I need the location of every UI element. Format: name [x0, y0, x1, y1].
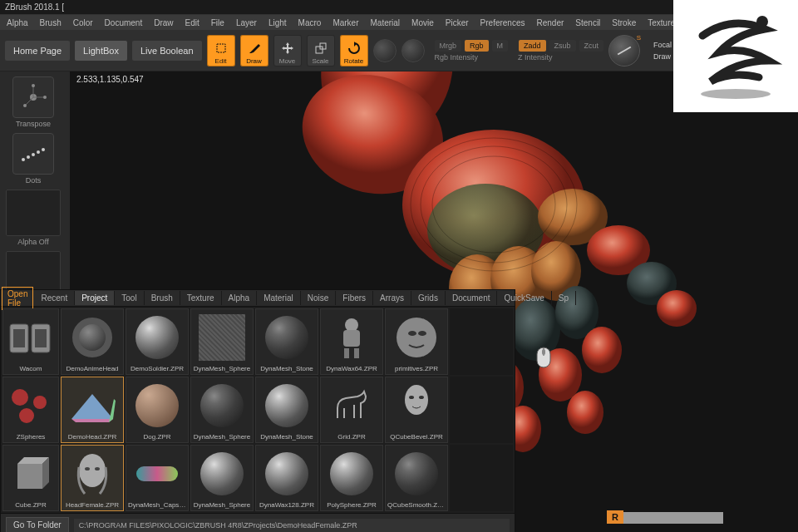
lb-item-dynastone1[interactable]: DynaMesh_Stone [255, 308, 318, 375]
stroke-dots[interactable] [12, 133, 54, 175]
lb-item-dog[interactable]: Dog.ZPR [126, 377, 189, 443]
lb-tab-recent[interactable]: Recent [34, 291, 75, 305]
rgb-toggle[interactable]: Rgb [465, 40, 489, 52]
menu-alpha[interactable]: Alpha [7, 18, 28, 27]
lb-item-dynawax64[interactable]: DynaWax64.ZPR [320, 308, 383, 375]
lb-item-primitives[interactable]: primitives.ZPR [385, 308, 448, 375]
lb-tab-quicksave[interactable]: QuickSave [497, 291, 551, 305]
lb-label: DynaMesh_Stone [258, 431, 316, 441]
lb-side-zspheres[interactable]: ZSpheres [2, 377, 59, 443]
zadd-toggle[interactable]: Zadd [519, 40, 546, 52]
lb-item-demoanime[interactable]: DemoAnimeHead [61, 308, 124, 375]
lb-tab-arrays[interactable]: Arrays [373, 291, 411, 305]
lb-tab-spotlight[interactable]: Sp [552, 291, 576, 305]
draw-tool-button[interactable]: Draw [240, 35, 268, 66]
menu-picker[interactable]: Picker [446, 18, 469, 27]
lb-item-dynasphere2[interactable]: DynaMesh_Sphere [190, 377, 254, 443]
home-page-button[interactable]: Home Page [5, 41, 70, 61]
bottom-status: R [607, 510, 723, 524]
menu-render[interactable]: Render [537, 18, 564, 27]
wacom-thumb [6, 311, 56, 363]
lb-tab-document[interactable]: Document [446, 291, 498, 305]
alpha-slot[interactable] [6, 190, 61, 236]
menu-file[interactable]: File [211, 18, 224, 27]
material-round-1[interactable] [373, 39, 397, 62]
svg-point-12 [32, 153, 35, 156]
brush-preview-icon[interactable]: S [608, 35, 640, 66]
lb-tab-brush[interactable]: Brush [145, 291, 180, 305]
svg-rect-68 [136, 466, 178, 481]
mrgb-toggle[interactable]: Mrgb [435, 40, 462, 52]
mouse-cursor-icon [534, 346, 553, 371]
lb-tab-project[interactable]: Project [75, 291, 115, 305]
lb-tab-alpha[interactable]: Alpha [222, 291, 258, 305]
lb-item-qcubesmooth[interactable]: QCubeSmooth.ZPR [385, 445, 448, 511]
svg-point-67 [95, 467, 100, 470]
material-round-2[interactable] [401, 39, 425, 62]
edit-tool-button[interactable]: Edit [207, 35, 235, 66]
svg-point-22 [657, 290, 697, 327]
rotate-tool-button[interactable]: Rotate [340, 35, 368, 66]
menu-stencil[interactable]: Stencil [575, 18, 600, 27]
lb-item-dynasphere3[interactable]: DynaMesh_Sphere [190, 445, 254, 511]
svg-rect-62 [17, 464, 42, 489]
zsub-toggle[interactable]: Zsub [549, 40, 576, 52]
go-to-folder-button[interactable]: Go To Folder [6, 517, 69, 532]
lb-tab-fibers[interactable]: Fibers [336, 291, 373, 305]
svg-point-9 [23, 104, 27, 107]
lb-item-headfemale[interactable]: HeadFemale.ZPR [61, 445, 124, 511]
lb-tab-openfile[interactable]: Open File [2, 287, 33, 310]
dots-icon [17, 141, 50, 166]
lightbox-button[interactable]: LightBox [75, 41, 127, 61]
lb-label: DynaMesh_Sphere [193, 431, 251, 441]
menu-draw[interactable]: Draw [154, 18, 173, 27]
lb-item-dynacapsule[interactable]: DynaMesh_Capsule [126, 445, 189, 511]
menu-preferences[interactable]: Preferences [480, 18, 525, 27]
live-boolean-button[interactable]: Live Boolean [132, 41, 202, 61]
rotate-icon [347, 41, 362, 56]
menu-movie[interactable]: Movie [411, 18, 434, 27]
zbrush-logo [673, 0, 798, 112]
axis-flag: R [607, 510, 623, 524]
svg-point-51 [408, 331, 416, 336]
menu-color[interactable]: Color [73, 18, 93, 27]
menu-brush[interactable]: Brush [40, 18, 62, 27]
lb-item-grid[interactable]: Grid.ZPR [320, 377, 383, 443]
lb-item-qcubebevel[interactable]: QCubeBevel.ZPR [385, 377, 448, 443]
svg-point-7 [43, 96, 47, 99]
move-tool-button[interactable]: Move [273, 35, 302, 66]
lb-side-label-1: ZSpheres [5, 431, 57, 441]
lb-item-dynasphere1[interactable]: DynaMesh_Sphere [190, 308, 254, 375]
m-toggle[interactable]: M [492, 40, 509, 52]
svg-point-54 [33, 396, 47, 409]
menu-document[interactable]: Document [105, 18, 143, 27]
zcut-toggle[interactable]: Zcut [579, 40, 604, 52]
lb-side-wacom[interactable]: Wacom [2, 308, 59, 375]
pencil-icon [247, 41, 262, 56]
lb-tab-texture[interactable]: Texture [180, 291, 222, 305]
lb-item-dynastone2[interactable]: DynaMesh_Stone [255, 377, 318, 443]
scale-tool-button[interactable]: Scale [307, 35, 335, 66]
menu-layer[interactable]: Layer [236, 18, 257, 27]
lb-item-demosoldier[interactable]: DemoSoldier.ZPR [126, 308, 189, 375]
menu-marker[interactable]: Marker [332, 18, 358, 27]
lb-item-dynawax128[interactable]: DynaWax128.ZPR [255, 445, 318, 511]
menu-light[interactable]: Light [268, 18, 287, 27]
lb-label: QCubeSmooth.ZPR [387, 500, 446, 509]
lb-tab-material[interactable]: Material [257, 291, 301, 305]
svg-point-50 [397, 318, 436, 357]
menu-edit[interactable]: Edit [185, 18, 200, 27]
lb-tab-tool[interactable]: Tool [115, 291, 144, 305]
lb-item-demohead[interactable]: DemoHead.ZPR [61, 377, 124, 443]
lb-tab-noise[interactable]: Noise [301, 291, 337, 305]
transpose-widget[interactable] [12, 76, 54, 118]
menu-stroke[interactable]: Stroke [612, 18, 636, 27]
lb-tab-grids[interactable]: Grids [411, 291, 446, 305]
move-label: Move [279, 57, 296, 65]
menu-material[interactable]: Material [371, 18, 401, 27]
menu-macro[interactable]: Macro [298, 18, 322, 27]
lb-label: DynaWax64.ZPR [323, 363, 381, 372]
lb-item-polysphere[interactable]: PolySphere.ZPR [320, 445, 383, 511]
menu-texture[interactable]: Texture [648, 18, 675, 27]
lb-side-cube[interactable]: Cube.ZPR [2, 445, 59, 511]
